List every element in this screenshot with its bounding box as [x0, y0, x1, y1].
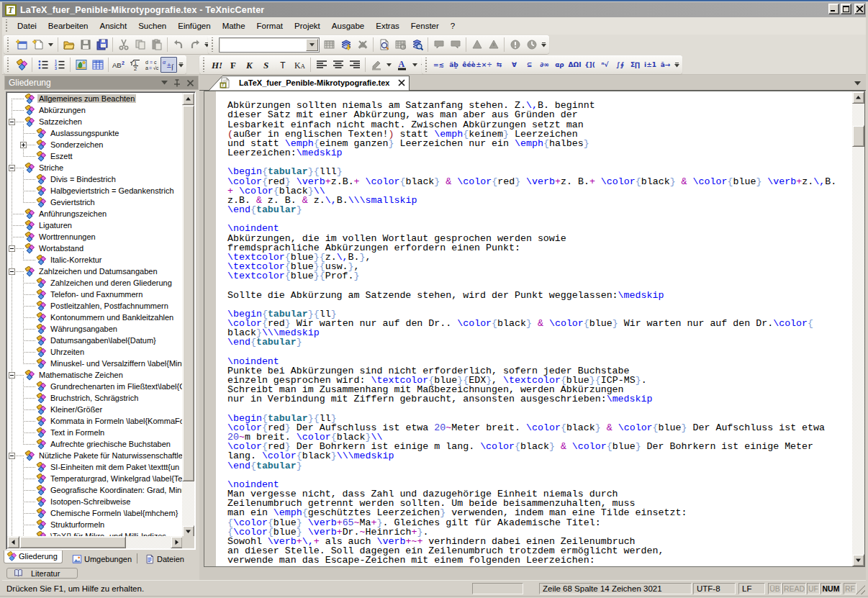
view-output-button[interactable]: [376, 37, 392, 53]
math-brackets-button[interactable]: {](: [582, 57, 597, 73]
highlight-button[interactable]: [368, 57, 384, 73]
tree-item[interactable]: Postleitzahlen, Postfachnummern: [8, 300, 170, 312]
tree-item[interactable]: Minuskel- und Versalziffern \label{Minu: [8, 358, 183, 369]
menu-ansicht[interactable]: Ansicht: [94, 19, 132, 33]
math-sets-button[interactable]: ⊆: [522, 57, 537, 73]
paste-button[interactable]: [148, 37, 165, 53]
tree-item[interactable]: Zahlzeichen und deren Gliederung: [8, 277, 173, 289]
math-relations-button[interactable]: =≲: [431, 57, 446, 73]
caret-down-button[interactable]: [410, 57, 420, 73]
math-accents-e-button[interactable]: êéè: [461, 57, 476, 73]
italic-k-button[interactable]: K: [242, 57, 258, 73]
document-tab[interactable]: T LaTeX_fuer_Penible-Mikrotypografie.tex: [209, 76, 410, 91]
tree-item[interactable]: Abkürzungen: [8, 104, 87, 116]
collapse-icon[interactable]: [9, 119, 15, 125]
collapse-icon[interactable]: [9, 165, 15, 171]
math-roots-button[interactable]: ⁿ√: [597, 57, 612, 73]
menu-mathe[interactable]: Mathe: [217, 19, 251, 33]
insert-image-button[interactable]: [73, 57, 89, 73]
tree-item[interactable]: Kleiner/Größer: [8, 404, 104, 415]
slanted-s-button[interactable]: S: [258, 57, 275, 73]
math-sums-button[interactable]: Σ∏: [628, 57, 643, 73]
prev-error-button[interactable]: [469, 37, 485, 53]
insert-toolbar-grip[interactable]: [6, 58, 12, 72]
tree-item[interactable]: Währungsangaben: [8, 323, 119, 335]
redo-button[interactable]: [186, 37, 203, 53]
tree-item[interactable]: Uhrzeiten: [8, 346, 86, 358]
panel-close-button[interactable]: [185, 78, 195, 88]
math-greek-lower-button[interactable]: αρ: [552, 57, 567, 73]
math-vectors-button[interactable]: ā→: [658, 57, 673, 73]
tree-item[interactable]: Kommata in Formeln \label{KommaFor: [8, 415, 183, 427]
math-arrows-button[interactable]: ⇆: [492, 57, 507, 73]
toolbar-overflow-icon[interactable]: [673, 57, 681, 73]
scroll-thumb[interactable]: [852, 125, 864, 147]
tree-vertical-scrollbar[interactable]: [182, 93, 194, 538]
tree-item[interactable]: Satzzeichen: [8, 116, 83, 127]
undo-button[interactable]: [170, 37, 186, 53]
tab-list-dropdown[interactable]: [853, 79, 862, 87]
tree-item[interactable]: Zahlzeichen und Datumsangaben: [8, 266, 159, 277]
scroll-up-icon[interactable]: [852, 91, 864, 104]
tree-item[interactable]: Ligaturen: [8, 219, 73, 231]
math-greek-upper-button[interactable]: ΔΩΙ: [567, 57, 582, 73]
scroll-thumb[interactable]: [182, 105, 194, 481]
math-toolbar-grip[interactable]: [424, 58, 430, 72]
tree-item[interactable]: Divis = Bindestrich: [8, 173, 117, 185]
equation-array-button[interactable]: dca√c==: [144, 57, 161, 73]
panel-pin-button[interactable]: [172, 78, 182, 88]
menu-bearbeiten[interactable]: Bearbeiten: [42, 19, 94, 33]
menubar-grip[interactable]: [4, 19, 10, 32]
texify-view-button[interactable]: [392, 37, 409, 53]
editor-selection-margin[interactable]: [204, 91, 216, 566]
tree-item[interactable]: Kontonummern und Bankleitzahlen: [8, 312, 175, 323]
menu-suchen[interactable]: Suchen: [132, 19, 172, 33]
tree-item[interactable]: Halbgeviertstrich = Gedankenstrich: [8, 185, 176, 196]
math-accents-ab-button[interactable]: äḇ: [446, 57, 461, 73]
standard-toolbar-grip[interactable]: [6, 37, 12, 52]
build-toolbar-grip[interactable]: [210, 37, 216, 52]
insert-table-button[interactable]: [89, 57, 106, 73]
collapse-icon[interactable]: [9, 453, 15, 459]
outline-diamonds-button[interactable]: [13, 57, 30, 73]
collapse-icon[interactable]: [9, 268, 15, 275]
output-profile-combo[interactable]: [219, 37, 320, 53]
tree-item[interactable]: Text in Formeln: [8, 427, 106, 438]
save-all-button[interactable]: [94, 37, 110, 53]
cut-button[interactable]: [115, 37, 132, 53]
tree-item[interactable]: Strukturformeln: [8, 519, 106, 530]
save-button[interactable]: [77, 37, 94, 53]
menu-einfgen[interactable]: Einfügen: [172, 19, 216, 33]
scroll-left-icon[interactable]: [7, 536, 19, 548]
menu-fenster[interactable]: Fenster: [405, 19, 445, 33]
tree-item[interactable]: Grundrechenarten im Fließtext\label{G: [8, 381, 183, 392]
tree-item[interactable]: Worttrennungen: [8, 231, 97, 243]
tree-item[interactable]: Aufrechte griechische Buchstaben: [8, 438, 172, 450]
collapse-icon[interactable]: [9, 372, 15, 379]
tree-item[interactable]: Bruchstrich, Schrägstrich: [8, 392, 140, 404]
combo-dropdown-icon[interactable]: [306, 39, 318, 51]
tree-item[interactable]: Auslassungspunkte: [8, 127, 120, 139]
align-left-button[interactable]: [313, 57, 330, 73]
next-error-button[interactable]: [485, 37, 502, 53]
expand-icon[interactable]: [20, 142, 27, 148]
smallcaps-ka-button[interactable]: KA: [291, 57, 308, 73]
enumerate-button[interactable]: 123: [51, 57, 68, 73]
tree-item[interactable]: Mathematische Zeichen: [8, 369, 125, 381]
panel-tab-umgebungen[interactable]: Umgebungen: [69, 553, 135, 566]
badbox-info-button[interactable]: [523, 37, 540, 53]
menu-projekt[interactable]: Projekt: [289, 19, 326, 33]
toolbar-overflow-icon[interactable]: [177, 57, 185, 73]
tree-item[interactable]: Chemische Formeln \label{mhchem}: [8, 507, 179, 519]
tree-item[interactable]: Geviertstrich: [8, 196, 96, 208]
maximize-button[interactable]: [841, 4, 851, 14]
heading-h-button[interactable]: H!: [209, 57, 225, 73]
build-button[interactable]: [338, 37, 354, 53]
font-color-button[interactable]: A: [394, 57, 410, 73]
bold-f-button[interactable]: F: [225, 57, 242, 73]
warnings-button[interactable]: [447, 37, 464, 53]
math-misc-button[interactable]: ∂∞: [537, 57, 552, 73]
menu-ausgabe[interactable]: Ausgabe: [326, 19, 370, 33]
menu-datei[interactable]: Datei: [12, 19, 42, 33]
panel-tab-gliederung[interactable]: Gliederung: [4, 551, 63, 563]
